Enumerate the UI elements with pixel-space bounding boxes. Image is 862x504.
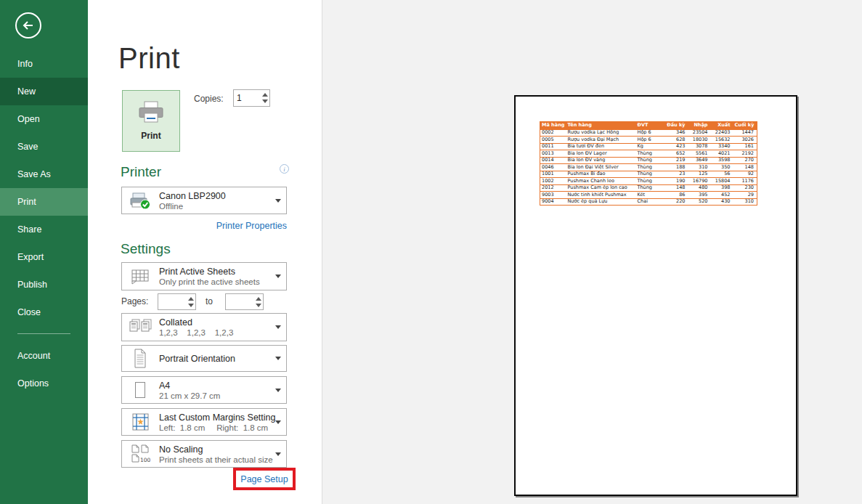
collation-title: Collated [159, 317, 269, 328]
table-cell: Pushmax Bí đao [566, 171, 636, 178]
table-cell: 430 [711, 198, 733, 206]
table-row: 0011Bia tươi ĐV đenKg42330783340161 [540, 143, 757, 150]
sidebar-item-share[interactable]: Share [0, 216, 88, 243]
paper-size-icon [128, 381, 153, 400]
sidebar-item-print[interactable]: Print [0, 188, 88, 216]
pages-from-input[interactable] [158, 294, 187, 309]
pages-from-spinner[interactable] [187, 294, 195, 309]
table-cell: 310 [733, 198, 757, 206]
sidebar-item-save-as[interactable]: Save As [0, 160, 88, 188]
page-setup-link[interactable]: Page Setup [240, 474, 288, 484]
paper-size-dropdown[interactable]: A4 21 cm x 29.7 cm [121, 376, 287, 404]
sidebar-nav: InfoNewOpenSaveSave AsPrintShareExportPu… [0, 50, 88, 397]
copies-spinner[interactable] [261, 90, 269, 106]
table-cell: 398 [711, 184, 733, 192]
chevron-down-icon [275, 357, 281, 360]
chevron-down-icon [275, 275, 281, 278]
table-cell: 0005 [540, 137, 566, 144]
print-button[interactable]: Print [122, 90, 180, 152]
margins-subtitle: Left: 1.8 cm Right: 1.8 cm [159, 423, 269, 432]
print-what-title: Print Active Sheets [159, 267, 269, 277]
table-cell: 3340 [711, 143, 733, 150]
table-cell: 1001 [540, 171, 566, 178]
table-header-cell: Mã hàng [540, 122, 566, 130]
table-cell: Pushmax Chanh leo [566, 178, 636, 185]
table-row: 0005Rượu vodka Đại MạchHộp 6628180301563… [540, 137, 757, 144]
table-cell: Bia lon Đại Việt Silver [566, 164, 636, 171]
sidebar-item-export[interactable]: Export [0, 243, 88, 271]
copies-field [233, 89, 270, 107]
printer-heading: Printer [121, 164, 161, 180]
margins-icon [128, 412, 153, 432]
table-cell: 3649 [688, 157, 711, 164]
table-cell: 0002 [540, 129, 566, 137]
table-cell: 520 [688, 198, 711, 206]
table-cell: 3078 [688, 143, 711, 150]
preview-table-head: Mã hàngTên hàngĐVTĐầu kỳNhậpXuấtCuối kỳ [540, 122, 757, 130]
sidebar-item-new[interactable]: New [0, 78, 88, 105]
orientation-dropdown[interactable]: Portrait Orientation [121, 345, 287, 372]
active-sheets-grid-icon [128, 268, 153, 285]
sidebar-item-save[interactable]: Save [0, 133, 88, 160]
back-arrow-icon [21, 18, 36, 33]
printer-dropdown[interactable]: Canon LBP2900 Offline [121, 187, 287, 214]
svg-text:100: 100 [140, 457, 150, 463]
sidebar-item-options[interactable]: Options [0, 370, 88, 397]
table-row: 1001Pushmax Bí đaoThùng231255692 [540, 171, 757, 178]
spinner-down-icon [262, 99, 268, 103]
table-cell: 2192 [733, 150, 757, 158]
table-cell: 188 [665, 164, 688, 171]
table-cell: 452 [711, 192, 733, 199]
print-what-dropdown[interactable]: Print Active Sheets Only print the activ… [121, 262, 287, 290]
sidebar-item-info[interactable]: Info [0, 50, 88, 78]
no-scaling-icon: 100 [128, 444, 153, 464]
table-row: 2012Pushmax Cam ép lon caoThùng148480398… [540, 184, 757, 192]
table-cell: 270 [733, 157, 757, 164]
table-cell: Thùng [636, 164, 665, 171]
backstage-sidebar: InfoNewOpenSaveSave AsPrintShareExportPu… [0, 0, 88, 504]
sidebar-item-open[interactable]: Open [0, 105, 88, 133]
scaling-subtitle: Print sheets at their actual size [159, 455, 269, 464]
scaling-dropdown[interactable]: 100 No Scaling Print sheets at their act… [121, 440, 287, 468]
margins-dropdown[interactable]: Last Custom Margins Setting Left: 1.8 cm… [121, 408, 287, 436]
pages-to-input[interactable] [226, 294, 254, 309]
sidebar-item-publish[interactable]: Publish [0, 271, 88, 298]
settings-heading: Settings [121, 241, 171, 257]
pages-to-spinner[interactable] [254, 294, 263, 309]
table-cell: 1176 [733, 178, 757, 185]
table-cell: 219 [665, 157, 688, 164]
printer-properties-link[interactable]: Printer Properties [216, 221, 287, 231]
table-cell: 4021 [711, 150, 733, 158]
spinner-up-icon [256, 297, 261, 301]
table-cell: 480 [688, 184, 711, 192]
table-cell: Két [636, 192, 665, 199]
info-icon[interactable] [280, 164, 289, 174]
table-cell: Thùng [636, 184, 665, 192]
table-row: 1002Pushmax Chanh leoThùng19016790158041… [540, 178, 757, 185]
table-cell: 346 [665, 129, 688, 137]
back-button[interactable] [15, 12, 41, 38]
table-cell: 628 [665, 137, 688, 144]
table-cell: Pushmax Cam ép lon cao [566, 184, 636, 192]
table-header-cell: ĐVT [636, 122, 665, 130]
print-settings-panel: Print Print Copies: Printer [88, 15, 322, 504]
sidebar-item-account[interactable]: Account [0, 342, 88, 370]
preview-table-body: 0002Rượu vodka Lạc HồngHộp 6346235042240… [540, 129, 757, 206]
printer-icon [137, 101, 165, 124]
table-header-row: Mã hàngTên hàngĐVTĐầu kỳNhậpXuấtCuối kỳ [540, 122, 757, 130]
table-cell: 395 [688, 192, 711, 199]
sidebar-item-close[interactable]: Close [0, 298, 88, 326]
collation-dropdown[interactable]: Collated 1,2,3 1,2,3 1,2,3 [121, 313, 287, 341]
pages-to-label: to [206, 296, 213, 306]
table-cell: 652 [665, 150, 688, 158]
table-cell: 125 [688, 171, 711, 178]
copies-input[interactable] [234, 90, 261, 106]
table-cell: Bia lon ĐV vàng [566, 157, 636, 164]
table-cell: 15632 [711, 137, 733, 144]
margins-title: Last Custom Margins Setting [159, 412, 269, 423]
page-title: Print [118, 42, 180, 75]
sidebar-divider [17, 333, 70, 334]
page-setup-highlight: Page Setup [233, 468, 296, 490]
chevron-down-icon [275, 452, 281, 456]
table-cell: 230 [733, 184, 757, 192]
